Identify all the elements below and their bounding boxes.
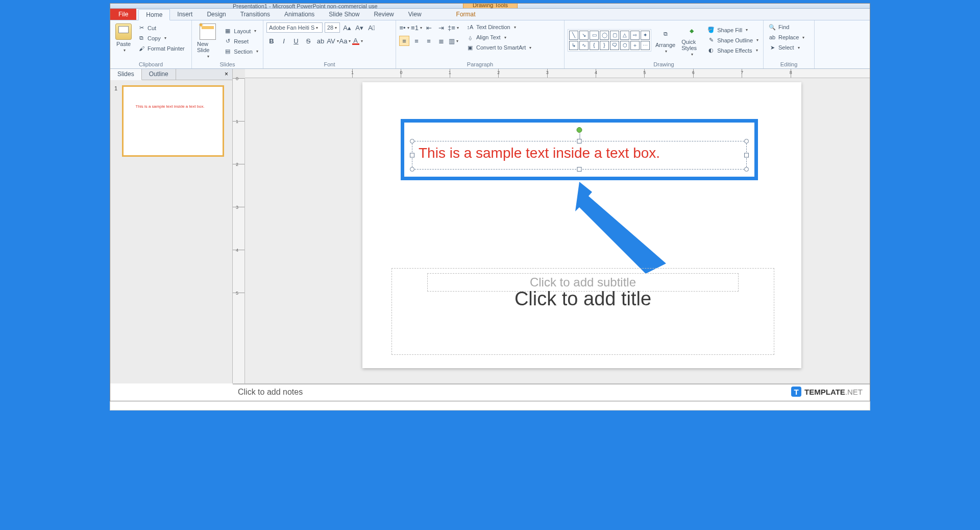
bullets-button[interactable]: ≡• bbox=[399, 22, 409, 33]
align-right-button[interactable]: ≡ bbox=[424, 36, 434, 46]
shape-roundrect-icon[interactable]: ▢ bbox=[610, 31, 619, 40]
shape-rarrow-icon[interactable]: ⇨ bbox=[630, 31, 640, 40]
paste-button[interactable]: Paste bbox=[113, 22, 134, 54]
shrink-font-button[interactable]: A▾ bbox=[354, 22, 364, 33]
underline-button[interactable]: U bbox=[291, 36, 301, 46]
numbering-button[interactable]: ≡1 bbox=[411, 22, 422, 33]
font-name-select[interactable]: Adobe Fan Heiti S bbox=[266, 22, 323, 33]
side-tab-outline[interactable]: Outline bbox=[142, 69, 176, 80]
decrease-indent-button[interactable]: ⇤ bbox=[424, 22, 434, 33]
tab-home[interactable]: Home bbox=[138, 9, 170, 20]
resize-handle-n[interactable] bbox=[577, 139, 582, 143]
shape-line-icon[interactable]: ╲ bbox=[569, 31, 578, 40]
arrange-button[interactable]: ⧉Arrange bbox=[653, 26, 677, 55]
shape-arrow-icon[interactable]: ↘ bbox=[579, 31, 589, 40]
format-painter-button[interactable]: 🖌Format Painter bbox=[136, 44, 186, 53]
annotation-arrow bbox=[564, 182, 681, 274]
resize-handle-e[interactable] bbox=[744, 153, 749, 158]
line-spacing-button[interactable]: ‡≡ bbox=[448, 22, 458, 33]
watermark: T TEMPLATE.NET bbox=[791, 387, 863, 397]
change-case-button[interactable]: Aa bbox=[340, 36, 350, 46]
horizontal-ruler[interactable]: 1 0 1 2 3 4 5 6 7 8 bbox=[245, 69, 870, 78]
select-button[interactable]: ➤Select bbox=[767, 43, 811, 52]
textbox-content[interactable]: This is a sample text inside a text box. bbox=[419, 145, 660, 161]
slide-canvas[interactable]: This is a sample text inside a text box.… bbox=[245, 78, 870, 383]
title-placeholder[interactable]: Click to add title bbox=[391, 268, 774, 355]
slide-thumbnail-1[interactable]: This is a sample text inside a text box. bbox=[122, 85, 224, 157]
tab-design[interactable]: Design bbox=[200, 9, 233, 20]
group-label-font: Font bbox=[266, 61, 393, 67]
tab-slideshow[interactable]: Slide Show bbox=[322, 9, 366, 20]
shape-callout-icon[interactable]: 🗨 bbox=[610, 41, 619, 50]
group-clipboard: Paste ✂Cut ⧉Copy 🖌Format Painter Clipboa… bbox=[110, 20, 192, 68]
shape-brace-icon[interactable]: { bbox=[590, 41, 599, 50]
italic-button[interactable]: I bbox=[279, 36, 289, 46]
reset-button[interactable]: ↺Reset bbox=[222, 37, 260, 46]
shape-hex-icon[interactable]: ⬡ bbox=[620, 41, 629, 50]
copy-button[interactable]: ⧉Copy bbox=[136, 34, 186, 43]
shape-outline-button[interactable]: ✎Shape Outline bbox=[705, 36, 760, 45]
align-text-button[interactable]: ⍙Align Text bbox=[464, 33, 533, 42]
bold-button[interactable]: B bbox=[266, 36, 277, 46]
shapes-gallery[interactable]: ╲ ↘ ▭ ◯ ▢ △ ⇨ ✦ ↳ ∿ { } 🗨 ⬡ ＋ ⋯ bbox=[568, 29, 651, 52]
resize-handle-w[interactable] bbox=[410, 153, 414, 158]
notes-pane[interactable]: Click to add notes bbox=[233, 383, 870, 401]
resize-handle-nw[interactable] bbox=[410, 139, 414, 143]
tab-view[interactable]: View bbox=[401, 9, 429, 20]
group-label-editing: Editing bbox=[767, 61, 811, 67]
text-direction-button[interactable]: ↕AText Direction bbox=[464, 22, 533, 32]
shape-rect-icon[interactable]: ▭ bbox=[590, 31, 599, 40]
shape-triangle-icon[interactable]: △ bbox=[620, 31, 629, 40]
replace-button[interactable]: abReplace bbox=[767, 33, 811, 42]
tab-file[interactable]: File bbox=[110, 8, 136, 20]
new-slide-button[interactable]: New Slide bbox=[195, 22, 220, 60]
increase-indent-button[interactable]: ⇥ bbox=[436, 22, 446, 33]
vertical-ruler[interactable]: 0 1 2 3 4 5 bbox=[233, 78, 245, 383]
cut-button[interactable]: ✂Cut bbox=[136, 23, 186, 33]
tab-review[interactable]: Review bbox=[366, 9, 401, 20]
resize-handle-se[interactable] bbox=[744, 167, 749, 172]
watermark-icon: T bbox=[791, 387, 801, 397]
tab-transitions[interactable]: Transitions bbox=[233, 9, 277, 20]
grow-font-button[interactable]: A▴ bbox=[342, 22, 352, 33]
shadow-button[interactable]: ab bbox=[315, 36, 326, 46]
close-panel-button[interactable]: × bbox=[220, 69, 232, 80]
shape-more-icon[interactable]: ⋯ bbox=[641, 41, 650, 50]
rotate-handle[interactable] bbox=[577, 127, 582, 133]
shape-oval-icon[interactable]: ◯ bbox=[600, 31, 609, 40]
tab-animations[interactable]: Animations bbox=[277, 9, 322, 20]
side-tab-slides[interactable]: Slides bbox=[110, 69, 142, 80]
shape-effects-button[interactable]: ◐Shape Effects bbox=[705, 46, 760, 55]
shape-plus-icon[interactable]: ＋ bbox=[630, 41, 640, 50]
tab-format[interactable]: Format bbox=[449, 9, 483, 20]
shape-star-icon[interactable]: ✦ bbox=[641, 31, 650, 40]
tab-insert[interactable]: Insert bbox=[170, 9, 200, 20]
resize-handle-s[interactable] bbox=[577, 167, 582, 172]
strikethrough-button[interactable]: S bbox=[303, 36, 313, 46]
new-slide-label: New Slide bbox=[197, 41, 218, 53]
clear-formatting-button[interactable]: A⃠ bbox=[366, 22, 377, 33]
shape-curve-icon[interactable]: ∿ bbox=[579, 41, 589, 50]
quick-styles-button[interactable]: ◆Quick Styles bbox=[679, 22, 703, 58]
slide[interactable]: This is a sample text inside a text box.… bbox=[362, 82, 801, 368]
align-left-button[interactable]: ≡ bbox=[399, 36, 409, 46]
shape-fill-button[interactable]: 🪣Shape Fill bbox=[705, 26, 760, 35]
group-label-paragraph: Paragraph bbox=[399, 61, 561, 67]
convert-smartart-button[interactable]: ▣Convert to SmartArt bbox=[464, 43, 533, 52]
justify-button[interactable]: ≣ bbox=[436, 36, 446, 46]
contextual-tab-drawing-tools: Drawing Tools bbox=[463, 4, 518, 9]
resize-handle-sw[interactable] bbox=[410, 167, 414, 172]
font-color-button[interactable]: A bbox=[352, 36, 362, 46]
align-center-button[interactable]: ≡ bbox=[411, 36, 422, 46]
font-size-select[interactable]: 28 bbox=[325, 22, 340, 33]
shape-connector-icon[interactable]: ↳ bbox=[569, 41, 578, 50]
section-button[interactable]: ▤Section bbox=[222, 47, 260, 56]
edit-area: 1 0 1 2 3 4 5 6 7 8 0 1 2 3 bbox=[233, 69, 870, 383]
char-spacing-button[interactable]: AV bbox=[328, 36, 338, 46]
resize-handle-ne[interactable] bbox=[744, 139, 749, 143]
layout-button[interactable]: ▦Layout bbox=[222, 27, 260, 36]
find-button[interactable]: 🔍Find bbox=[767, 22, 811, 32]
columns-button[interactable]: ▥ bbox=[448, 36, 458, 46]
shape-brace2-icon[interactable]: } bbox=[600, 41, 609, 50]
svg-marker-0 bbox=[575, 182, 666, 274]
